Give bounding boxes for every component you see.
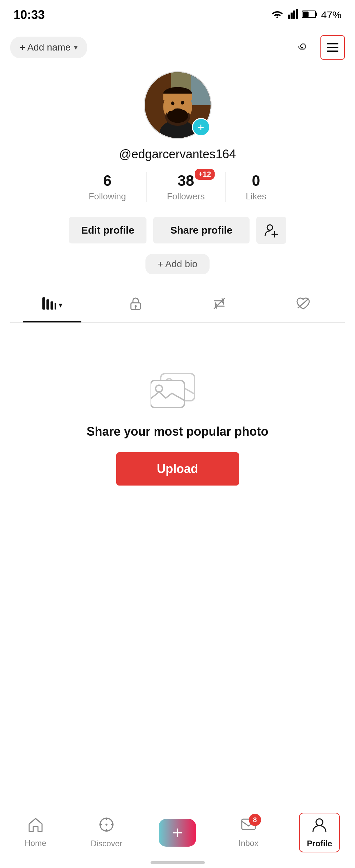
svg-rect-0	[288, 15, 290, 19]
add-name-button[interactable]: + Add name ▾	[10, 37, 87, 58]
tab-dropdown-icon: ▾	[59, 301, 62, 310]
wifi-icon	[271, 9, 284, 21]
stat-likes[interactable]: 0 Likes	[225, 172, 287, 202]
svg-rect-31	[51, 301, 53, 310]
empty-state-text: Share your most popular photo	[86, 425, 268, 439]
svg-rect-3	[296, 9, 298, 19]
nav-discover-label: Discover	[91, 839, 122, 848]
status-bar: 10:33 47%	[0, 0, 355, 27]
heart-icon	[296, 297, 311, 314]
videos-icon	[42, 297, 57, 314]
following-label: Following	[89, 191, 126, 202]
svg-point-22	[166, 104, 174, 111]
battery-text: 47%	[321, 9, 341, 21]
chevron-down-icon: ▾	[74, 43, 78, 52]
tab-reposts[interactable]	[178, 288, 261, 322]
nav-inbox[interactable]: 8 Inbox	[228, 817, 269, 848]
likes-label: Likes	[246, 191, 267, 202]
discover-icon	[99, 817, 114, 836]
bottom-nav: Home Discover + 8 Inbox	[0, 807, 355, 868]
lock-icon	[129, 296, 142, 314]
followers-badge: +12	[195, 169, 214, 180]
status-time: 10:33	[14, 8, 45, 22]
bottom-indicator	[151, 861, 205, 864]
svg-text:꩜: ꩜	[296, 39, 310, 53]
stat-followers[interactable]: 38 +12 Followers	[146, 172, 225, 202]
nav-profile[interactable]: Profile	[299, 813, 340, 852]
battery-icon	[302, 9, 317, 21]
svg-rect-2	[293, 11, 295, 19]
svg-point-46	[316, 819, 323, 826]
avatar-wrap: +	[144, 71, 212, 139]
username: @edgarcervantes164	[119, 147, 236, 161]
svg-rect-6	[303, 12, 309, 17]
avatar-add-button[interactable]: +	[192, 118, 210, 136]
tab-liked[interactable]	[261, 288, 345, 322]
followers-count: 38 +12	[178, 172, 194, 189]
empty-state: Share your most popular photo Upload	[76, 343, 278, 506]
followers-label: Followers	[167, 191, 204, 202]
add-friend-button[interactable]	[256, 217, 286, 244]
nav-discover[interactable]: Discover	[86, 817, 127, 848]
svg-rect-5	[316, 13, 317, 16]
top-bar: + Add name ▾ ꩜	[0, 27, 355, 68]
profile-section: + @edgarcervantes164 6 Following 38 +12 …	[0, 68, 355, 506]
upload-button[interactable]: Upload	[116, 452, 239, 486]
share-profile-button[interactable]: Share profile	[153, 217, 249, 243]
stat-following[interactable]: 6 Following	[68, 172, 147, 202]
tab-videos[interactable]: ▾	[10, 288, 94, 322]
stats-row: 6 Following 38 +12 Followers 0 Likes	[10, 172, 345, 202]
profile-icon	[312, 817, 327, 836]
repost-icon	[212, 296, 227, 314]
tab-private[interactable]	[94, 288, 178, 322]
top-right-icons: ꩜	[296, 35, 345, 60]
empty-photo-icon	[151, 363, 205, 412]
edit-profile-button[interactable]: Edit profile	[69, 217, 146, 243]
following-count: 6	[103, 172, 111, 189]
svg-rect-25	[163, 94, 192, 100]
status-icons: 47%	[271, 9, 341, 21]
home-icon	[28, 817, 43, 836]
svg-point-26	[267, 225, 273, 230]
svg-point-43	[105, 824, 107, 826]
inbox-wrap: 8	[241, 817, 256, 836]
signal-icon	[288, 9, 298, 21]
qr-icon[interactable]: ꩜	[296, 38, 315, 57]
nav-home-label: Home	[25, 839, 46, 848]
inbox-badge: 8	[249, 814, 261, 826]
svg-rect-1	[291, 13, 293, 19]
svg-rect-32	[55, 303, 56, 310]
nav-create[interactable]: +	[157, 819, 198, 847]
likes-count: 0	[252, 172, 260, 189]
svg-rect-30	[46, 299, 49, 310]
nav-profile-label: Profile	[307, 839, 332, 848]
action-buttons: Edit profile Share profile	[69, 217, 286, 244]
menu-button[interactable]	[320, 35, 345, 60]
create-button[interactable]: +	[159, 819, 196, 847]
svg-point-23	[181, 104, 189, 110]
nav-inbox-label: Inbox	[239, 839, 259, 848]
add-bio-button[interactable]: + Add bio	[145, 254, 210, 274]
tabs-row: ▾	[10, 288, 345, 323]
svg-rect-29	[42, 297, 45, 310]
nav-home[interactable]: Home	[15, 817, 56, 848]
